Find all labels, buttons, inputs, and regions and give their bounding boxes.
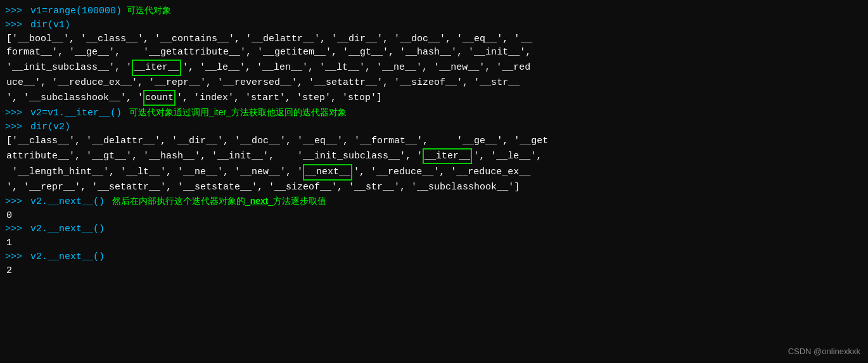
output-text-1e: ', '__le__', '__len__', '__lt__', '__ne_… <box>181 61 530 75</box>
output-text-1c: format__', '__ge__', '__getattribute__',… <box>5 46 531 60</box>
line-5: >>> v2.__next__() 然后在内部执行这个迭代器对象的_next_方… <box>5 194 863 209</box>
output-2d: ', '__repr__', '__setattr__', '__setstat… <box>5 181 863 194</box>
output-5: 2 <box>5 264 863 278</box>
line-7: >>> v2.__next__() <box>5 250 863 264</box>
terminal: >>> v1=range(100000) 可迭代对象 >>> dir(v1) [… <box>0 0 868 363</box>
output-1d: uce__', '__reduce_ex__', '__repr__', '__… <box>5 76 863 90</box>
prompt-6: >>> <box>5 222 22 236</box>
code-1: v1=range(100000) <box>25 4 122 18</box>
next-highlight: __next__ <box>303 164 352 181</box>
code-5: v2.__next__() <box>25 195 105 209</box>
output-text-1b: __ <box>520 32 532 46</box>
output-1c: '__init_subclass__', '__iter__', '__le__… <box>5 60 863 76</box>
prompt-5: >>> <box>5 195 22 209</box>
output-text-1f: uce__', '__reduce_ex__', '__repr__', '__… <box>5 76 520 90</box>
line-4: >>> dir(v2) <box>5 120 863 134</box>
watermark: CSDN @onlinexkxk <box>788 346 860 358</box>
output-text-2c: ', '__le__', <box>472 150 542 163</box>
output-text-5: 2 <box>5 264 12 278</box>
comment-3: 可迭代对象通过调用_iter_方法获取他返回的迭代器对象 <box>127 106 347 118</box>
output-1b: format__', '__ge__', '__getattribute__',… <box>5 46 863 60</box>
code-7: v2.__next__() <box>25 250 105 264</box>
output-text-2b: attribute__', '__gt__', '__hash__', '__i… <box>5 150 423 163</box>
code-6: v2.__next__() <box>25 222 105 236</box>
prompt-2: >>> <box>5 18 22 32</box>
prompt-7: >>> <box>5 250 22 264</box>
line-6: >>> v2.__next__() <box>5 222 863 236</box>
output-text-3: 0 <box>5 209 12 223</box>
comment-1: 可迭代对象 <box>127 4 171 16</box>
code-4: dir(v2) <box>25 120 70 134</box>
output-4: 1 <box>5 236 863 250</box>
code-2: dir(v1) <box>25 18 70 32</box>
prompt-4: >>> <box>5 120 22 134</box>
output-text-2d: '__length_hint__', '__lt__', '__ne__', '… <box>5 165 303 179</box>
line-3: >>> v2=v1.__iter__() 可迭代对象通过调用_iter_方法获取… <box>5 106 863 120</box>
output-2: ['__class__', '__delattr__', '__dir__', … <box>5 134 863 148</box>
prompt-1: >>> <box>5 4 22 18</box>
output-text-1d: '__init_subclass__', ' <box>5 61 132 75</box>
output-text-4: 1 <box>5 236 12 250</box>
code-3: v2=v1.__iter__() <box>25 106 122 120</box>
output-3: 0 <box>5 209 863 223</box>
output-text-2a: ['__class__', '__delattr__', '__dir__', … <box>5 134 548 148</box>
output-text-1h: ', 'index', 'start', 'step', 'stop'] <box>176 91 382 105</box>
output-text-1g: ', '__subclasshook__', ' <box>5 91 143 105</box>
output-2b: attribute__', '__gt__', '__hash__', '__i… <box>5 148 863 165</box>
line-2: >>> dir(v1) <box>5 18 863 32</box>
output-1e: ', '__subclasshook__', 'count', 'index',… <box>5 90 863 106</box>
count-highlight: count <box>143 90 176 106</box>
comment-5: 然后在内部执行这个迭代器对象的_next_方法逐步取值 <box>110 194 326 207</box>
iter-highlight-2: __iter__ <box>423 148 472 165</box>
output-1: ['__bool__', '__class__', '__contains__'… <box>5 32 863 46</box>
output-text-2e: ', '__reduce__', '__reduce_ex__ <box>352 165 530 179</box>
output-2c: '__length_hint__', '__lt__', '__ne__', '… <box>5 164 863 181</box>
output-text-1: ['__bool__', '__class__', '__contains__'… <box>5 32 520 46</box>
watermark-text: CSDN @onlinexkxk <box>788 347 860 356</box>
line-1: >>> v1=range(100000) 可迭代对象 <box>5 4 863 18</box>
output-text-2f: ', '__repr__', '__setattr__', '__setstat… <box>5 181 520 194</box>
prompt-3: >>> <box>5 106 22 120</box>
iter-highlight-1: __iter__ <box>132 60 181 76</box>
